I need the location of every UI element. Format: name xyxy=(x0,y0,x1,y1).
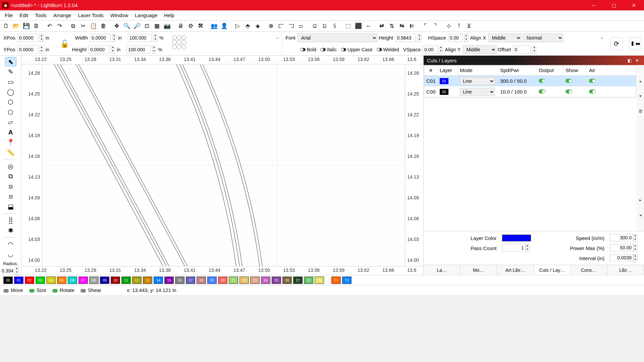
dist-h-icon[interactable]: ⬚ xyxy=(343,21,353,31)
text-height-input[interactable] xyxy=(395,34,416,42)
vspace-input[interactable] xyxy=(423,46,437,54)
show-toggle[interactable] xyxy=(566,79,572,83)
paste-icon[interactable]: 📋 xyxy=(89,21,98,31)
palette-swatch[interactable]: 18 xyxy=(197,277,206,284)
move-to-icon[interactable]: ⇄ xyxy=(377,21,386,31)
snap-2-icon[interactable]: ⊺ xyxy=(454,21,464,31)
minimize-button[interactable]: ─ xyxy=(584,0,604,10)
redo-icon[interactable]: ↷ xyxy=(55,21,64,31)
align-center-icon[interactable]: ⊕ xyxy=(266,21,276,31)
align-left-icon[interactable]: ⫍ xyxy=(276,21,286,31)
copy-icon[interactable]: ⧉ xyxy=(68,21,78,31)
palette-swatch[interactable]: 09 xyxy=(100,277,109,284)
palette-swatch[interactable]: 17 xyxy=(186,277,195,284)
text-height-stepper[interactable]: ▲▼ xyxy=(417,34,421,42)
layer-delete-icon[interactable]: 🗑 xyxy=(638,109,643,114)
bold-toggle[interactable]: Bold xyxy=(300,47,316,52)
array-tool-icon[interactable]: ✱ xyxy=(5,226,16,235)
palette-swatch[interactable]: 04 xyxy=(46,277,56,284)
tab-library[interactable]: Libr… xyxy=(607,265,644,275)
palette-swatch[interactable]: 03 xyxy=(36,277,45,284)
menu-file[interactable]: File xyxy=(1,11,16,19)
cuts-row[interactable]: C01 01 Line 300.0 / 50.0 xyxy=(424,76,636,86)
show-toggle[interactable] xyxy=(566,89,572,94)
palette-swatch[interactable]: 14 xyxy=(154,277,163,284)
zoom-fit-icon[interactable]: ⊡ xyxy=(142,21,152,31)
drawing-area[interactable] xyxy=(42,64,405,266)
warp2-tool-icon[interactable]: ◡ xyxy=(5,250,16,259)
maximize-button[interactable]: ▢ xyxy=(604,0,624,10)
cuts-dock-icon[interactable]: ◧ xyxy=(626,58,633,63)
pan-icon[interactable]: ✥ xyxy=(112,21,121,31)
palette-swatch[interactable]: 01 xyxy=(14,277,23,284)
polygon-tool-icon[interactable]: ⬡ xyxy=(5,97,16,107)
tab-cuts-layers[interactable]: Cuts / Lay… xyxy=(534,265,571,275)
palette-swatch[interactable]: 05 xyxy=(57,277,66,284)
interval-input[interactable] xyxy=(610,254,633,261)
welded-toggle[interactable]: Welded xyxy=(377,47,399,52)
palette-swatch[interactable]: 27 xyxy=(293,277,303,284)
palette-swatch[interactable]: 06 xyxy=(68,277,77,284)
height-stepper[interactable]: ▲▼ xyxy=(111,46,115,54)
undo-icon[interactable]: ↶ xyxy=(45,21,54,31)
palette-swatch[interactable]: 02 xyxy=(25,277,34,284)
layer-color-swatch[interactable] xyxy=(502,235,531,241)
boolean-3-tool-icon[interactable]: ⧇ xyxy=(5,192,16,201)
palette-swatch[interactable]: 25 xyxy=(272,277,281,284)
air-toggle[interactable] xyxy=(589,79,596,83)
offset-input[interactable] xyxy=(513,46,531,54)
normal-select[interactable]: Normal xyxy=(523,34,563,42)
align-top-icon[interactable]: ⫑ xyxy=(310,21,319,31)
col-show[interactable]: Show xyxy=(564,66,587,75)
col-layer[interactable]: Layer xyxy=(438,66,458,75)
palette-swatch[interactable]: 00 xyxy=(3,277,13,284)
group-icon[interactable]: 👥 xyxy=(209,21,219,31)
palette-swatch[interactable]: 28 xyxy=(304,277,313,284)
align-vcenter-icon[interactable]: ⫒ xyxy=(320,21,329,31)
mirror-v-icon[interactable]: ◈ xyxy=(253,21,262,31)
cuts-close-icon[interactable]: ✕ xyxy=(633,58,641,63)
palette-swatch[interactable]: 26 xyxy=(282,277,292,284)
xpos-stepper[interactable]: ▲▼ xyxy=(40,34,44,42)
palette-swatch[interactable]: 21 xyxy=(229,277,238,284)
output-toggle[interactable] xyxy=(539,89,545,94)
palette-swatch[interactable]: 11 xyxy=(121,277,131,284)
close-button[interactable]: ✕ xyxy=(624,0,644,10)
menu-edit[interactable]: Edit xyxy=(16,11,32,19)
air-toggle[interactable] xyxy=(589,89,596,94)
radius-stepper[interactable]: ▲▼ xyxy=(15,267,19,275)
frame-icon[interactable]: ▦ xyxy=(152,21,162,31)
palette-tool-swatch[interactable]: T1 xyxy=(331,277,341,284)
upper-toggle[interactable]: Upper Case xyxy=(341,47,373,52)
circle2-tool-icon[interactable]: ◎ xyxy=(5,162,16,171)
move-to-3-icon[interactable]: ⇆ xyxy=(397,21,407,31)
menu-tools[interactable]: Tools xyxy=(32,11,50,19)
snap-3-icon[interactable]: ⊻ xyxy=(464,21,474,31)
refresh-icon[interactable]: ⟳ xyxy=(610,37,623,50)
tab-move[interactable]: Mo… xyxy=(461,265,497,275)
textbar-chevron-icon[interactable]: » xyxy=(601,36,603,40)
draw-line-tool-icon[interactable]: ✎ xyxy=(5,67,16,76)
dist-v-icon[interactable]: ⬛ xyxy=(354,21,363,31)
speed-stepper[interactable]: ▲▼ xyxy=(633,234,637,242)
palette-swatch[interactable]: 29 xyxy=(315,277,324,284)
preview-icon[interactable]: ▷ xyxy=(233,21,242,31)
offset-stepper[interactable]: ▲▼ xyxy=(532,46,536,54)
save-icon[interactable]: 💾 xyxy=(21,21,31,31)
align-right-icon[interactable]: ⫐ xyxy=(297,21,306,31)
width-input[interactable] xyxy=(90,34,111,42)
move-to-4-icon[interactable]: ⇇ xyxy=(407,21,417,31)
mode-select[interactable]: Line xyxy=(460,88,495,96)
zoom-in-icon[interactable]: 🔍 xyxy=(122,21,131,31)
measure-tool-icon[interactable]: 📏 xyxy=(5,148,16,157)
scale-x-stepper[interactable]: ▲▼ xyxy=(153,34,157,42)
ypos-input[interactable] xyxy=(17,46,38,54)
layer-left-icon[interactable]: ◂ xyxy=(639,213,642,218)
ypos-stepper[interactable]: ▲▼ xyxy=(40,46,44,54)
font-select[interactable]: Arial xyxy=(298,34,377,42)
anchor-grid[interactable] xyxy=(172,35,186,49)
palette-swatch[interactable]: 15 xyxy=(164,277,174,284)
ungroup-icon[interactable]: 👤 xyxy=(219,21,229,31)
delete-icon[interactable]: 🗑 xyxy=(99,21,108,31)
palette-swatch[interactable]: 22 xyxy=(239,277,249,284)
